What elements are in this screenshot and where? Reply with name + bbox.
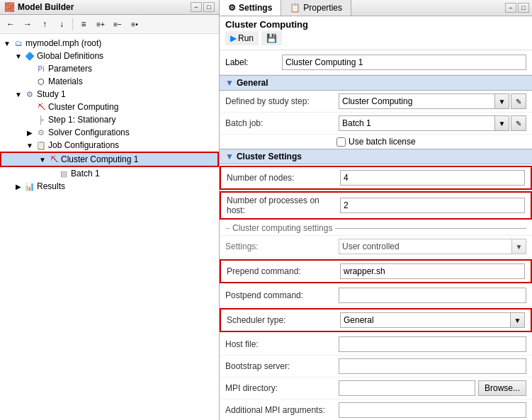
expander-study1[interactable]: ▼: [13, 89, 24, 100]
jobconf-icon: 📋: [35, 140, 47, 151]
results-icon: 📊: [24, 181, 35, 192]
toolbar-sep1: [72, 18, 73, 30]
tree-item-materials[interactable]: ⬡ Materials: [0, 75, 219, 88]
defined-by-study-arrow[interactable]: ▼: [494, 94, 509, 108]
save-button[interactable]: 💾: [261, 31, 282, 45]
tree-item-study1[interactable]: ▼ ⚙ Study 1: [0, 88, 219, 101]
clustercomp1-icon: ⛏: [48, 154, 60, 165]
general-expand-icon: ▼: [225, 78, 234, 88]
scheduler-type-arrow[interactable]: ▼: [510, 313, 524, 327]
tree-item-solver[interactable]: ▶ ⚙ Solver Configurations: [0, 126, 219, 139]
prepend-command-input[interactable]: [340, 263, 525, 279]
tree-label-results: Results: [37, 181, 65, 191]
settings-value: User controlled: [339, 240, 511, 253]
expander-cluster[interactable]: [24, 101, 35, 113]
right-titlebar: ⚙ Settings 📋 Properties − □: [220, 0, 532, 16]
mpi-directory-input[interactable]: [339, 380, 475, 396]
back-btn[interactable]: ←: [3, 16, 18, 32]
tree-area: ▼ 🗂 mymodel.mph (root) ▼ 🔷 Global Defini…: [0, 34, 219, 420]
batch-job-control: Batch 1 ▼: [339, 115, 509, 131]
left-win-controls: − □: [191, 2, 215, 12]
batch-job-row: Batch job: Batch 1 ▼ ✎: [220, 113, 532, 135]
expander-solver[interactable]: ▶: [24, 127, 35, 138]
tree-item-clustercomp1[interactable]: ▼ ⛏ Cluster Computing 1: [0, 152, 219, 167]
view-btn1[interactable]: ≡: [76, 16, 91, 32]
properties-tab-icon: 📋: [290, 3, 300, 13]
num-processes-input[interactable]: [340, 198, 525, 213]
mpi-directory-row: MPI directory: Browse...: [220, 378, 532, 399]
expander-global[interactable]: ▼: [13, 50, 24, 62]
settings-arrow[interactable]: ▼: [511, 239, 526, 254]
general-section-header[interactable]: ▼ General: [220, 75, 532, 91]
settings-control: User controlled ▼: [339, 239, 526, 254]
view-btn3[interactable]: ≡−: [110, 16, 125, 32]
additional-mpi-input[interactable]: [339, 402, 526, 418]
tree-item-global[interactable]: ▼ 🔷 Global Definitions: [0, 50, 219, 62]
tree-label-batch1: Batch 1: [71, 169, 100, 178]
expander-root[interactable]: ▼: [1, 38, 13, 49]
tree-item-results[interactable]: ▶ 📊 Results: [0, 180, 219, 193]
defined-by-study-edit-btn[interactable]: ✎: [511, 93, 526, 109]
batch-job-value: Batch 1: [339, 117, 494, 130]
tab-properties[interactable]: 📋 Properties: [281, 0, 351, 16]
postpend-command-row: Postpend command:: [220, 285, 532, 307]
minimize-btn[interactable]: −: [191, 2, 202, 12]
defined-by-study-dropdown[interactable]: Cluster Computing ▼: [339, 93, 509, 109]
bootstrap-server-label: Bootstrap server:: [225, 361, 339, 371]
tree-item-params[interactable]: Pi Parameters: [0, 62, 219, 75]
solver-icon: ⚙: [35, 127, 47, 138]
up-btn[interactable]: ↑: [37, 16, 52, 32]
tree-label-solver: Solver Configurations: [48, 127, 130, 137]
num-nodes-label: Number of nodes:: [227, 173, 340, 183]
bootstrap-server-input[interactable]: [339, 358, 526, 374]
label-input[interactable]: [282, 55, 526, 70]
expander-step1[interactable]: [24, 114, 35, 125]
tree-item-jobconf[interactable]: ▼ 📋 Job Configurations: [0, 139, 219, 152]
tree-item-step1[interactable]: ╞ Step 1: Stationary: [0, 113, 219, 126]
settings-dropdown[interactable]: User controlled ▼: [339, 239, 526, 254]
host-file-label: Host file:: [225, 339, 339, 349]
prepend-command-label: Prepend command:: [227, 266, 340, 276]
study-icon: ⚙: [24, 89, 35, 100]
defined-by-study-label: Defined by study step:: [225, 96, 339, 106]
cluster-settings-header[interactable]: ▼ Cluster Settings: [220, 149, 532, 164]
tree-item-batch1[interactable]: ▤ Batch 1: [0, 167, 219, 180]
forward-btn[interactable]: →: [20, 16, 35, 32]
num-nodes-input[interactable]: [340, 170, 525, 186]
postpend-command-label: Postpend command:: [225, 290, 339, 300]
prepend-command-row: Prepend command:: [220, 259, 532, 283]
use-batch-license-checkbox[interactable]: [336, 137, 346, 147]
down-btn[interactable]: ↓: [54, 16, 69, 32]
model-builder-icon: 🧱: [4, 2, 15, 12]
right-maximize-btn[interactable]: □: [518, 3, 529, 13]
view-btn4[interactable]: ≡•: [127, 16, 142, 32]
cluster-settings-title: Cluster Settings: [237, 152, 302, 161]
tree-item-root[interactable]: ▼ 🗂 mymodel.mph (root): [0, 37, 219, 50]
batch-job-dropdown[interactable]: Batch 1 ▼: [339, 115, 509, 131]
tab-settings[interactable]: ⚙ Settings: [220, 0, 281, 16]
cluster-computing-settings-subsection: Cluster computing settings: [220, 221, 532, 236]
batch-job-edit-btn[interactable]: ✎: [511, 115, 526, 131]
postpend-command-input[interactable]: [339, 288, 526, 303]
defined-by-study-row: Defined by study step: Cluster Computing…: [220, 91, 532, 113]
mpi-browse-button[interactable]: Browse...: [478, 380, 526, 396]
scheduler-type-dropdown[interactable]: General ▼: [340, 312, 525, 328]
batch-job-arrow[interactable]: ▼: [494, 116, 509, 130]
tree-item-cluster[interactable]: ⛏ Cluster Computing: [0, 101, 219, 113]
right-panel: ⚙ Settings 📋 Properties − □ Cluster Comp…: [220, 0, 532, 420]
view-btn2[interactable]: ≡+: [93, 16, 108, 32]
right-minimize-btn[interactable]: −: [505, 3, 516, 13]
expander-clustercomp1[interactable]: ▼: [37, 154, 48, 165]
expander-batch1[interactable]: [47, 168, 58, 179]
expander-params[interactable]: [24, 63, 35, 74]
expander-materials[interactable]: [24, 76, 35, 87]
expander-results[interactable]: ▶: [13, 181, 24, 192]
expander-jobconf[interactable]: ▼: [24, 140, 35, 151]
defined-by-study-control: Cluster Computing ▼: [339, 93, 509, 109]
settings-tab-icon: ⚙: [228, 3, 236, 13]
tree-label-materials: Materials: [48, 76, 83, 86]
host-file-input[interactable]: [339, 336, 526, 352]
run-button[interactable]: ▶ Run: [225, 31, 259, 45]
maximize-btn[interactable]: □: [203, 2, 215, 12]
left-panel: 🧱 Model Builder − □ ← → ↑ ↓ ≡ ≡+ ≡− ≡• ▼…: [0, 0, 220, 420]
